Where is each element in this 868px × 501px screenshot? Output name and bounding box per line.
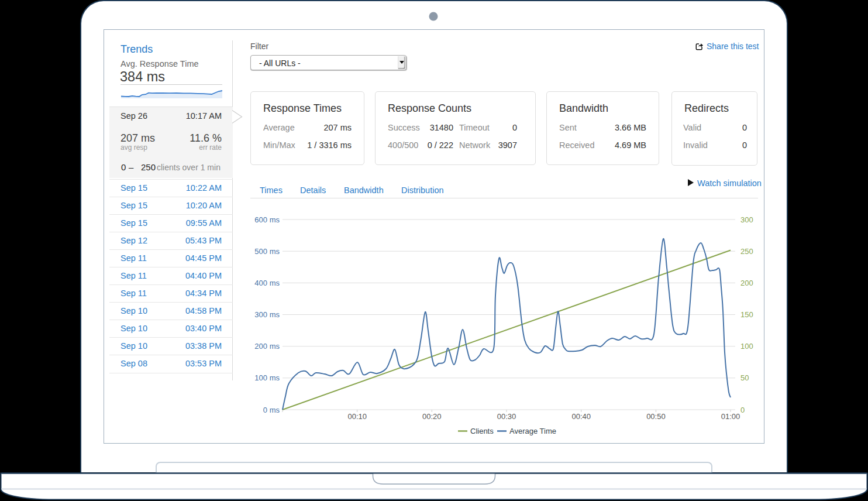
svg-text:00:50: 00:50 — [646, 412, 666, 421]
svg-text:100 ms: 100 ms — [254, 373, 280, 382]
svg-text:Clients: Clients — [470, 427, 494, 435]
svg-text:300 ms: 300 ms — [254, 310, 280, 319]
svg-text:00:10: 00:10 — [347, 412, 367, 421]
svg-text:100: 100 — [740, 342, 753, 351]
svg-text:00:30: 00:30 — [497, 412, 516, 421]
svg-text:150: 150 — [740, 310, 753, 319]
svg-text:500 ms: 500 ms — [254, 247, 280, 256]
svg-text:200 ms: 200 ms — [254, 342, 280, 351]
svg-text:600 ms: 600 ms — [254, 215, 280, 224]
svg-text:01:00: 01:00 — [721, 412, 740, 421]
svg-text:Average Time: Average Time — [509, 427, 556, 435]
svg-text:300: 300 — [740, 215, 753, 224]
svg-text:00:20: 00:20 — [422, 412, 442, 421]
svg-text:200: 200 — [740, 279, 753, 287]
svg-text:50: 50 — [740, 373, 749, 382]
svg-text:0 ms: 0 ms — [263, 406, 280, 414]
svg-text:00:40: 00:40 — [571, 412, 591, 421]
svg-text:250: 250 — [740, 247, 753, 256]
svg-text:0: 0 — [740, 406, 745, 414]
svg-text:400 ms: 400 ms — [254, 279, 280, 287]
